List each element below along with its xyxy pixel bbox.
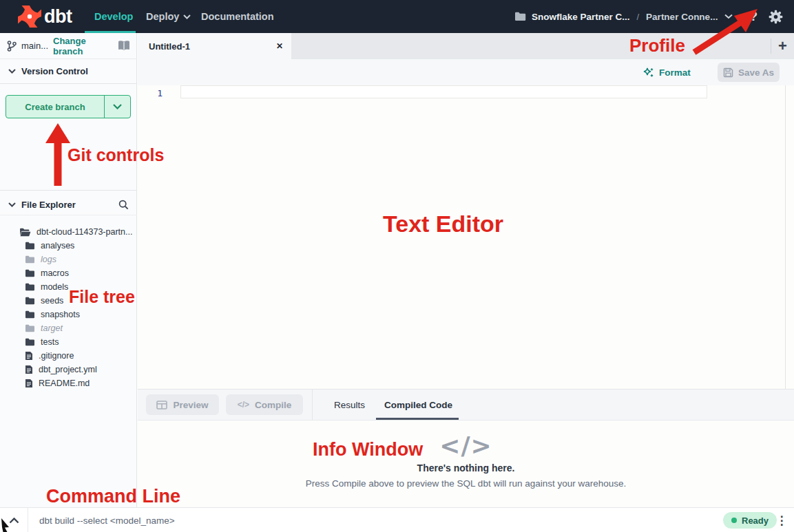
nav-documentation[interactable]: Documentation [201, 0, 274, 33]
editor-minimap-divider [785, 85, 786, 389]
code-icon-large: </> [439, 432, 492, 460]
tree-item-label: seeds [41, 296, 63, 306]
tab-untitled-1[interactable]: Untitled-1 ✕ [138, 33, 291, 59]
git-branch-icon [7, 41, 17, 52]
line-number: 1 [143, 88, 163, 98]
chevron-down-icon[interactable] [105, 96, 130, 118]
current-line-highlight[interactable] [180, 85, 707, 98]
chevron-down-icon [8, 69, 16, 74]
breadcrumb-separator: / [636, 12, 639, 22]
editor-toolbar: Format Save As [138, 59, 794, 85]
folder-icon [25, 324, 35, 332]
tree-item[interactable]: .gitignore [0, 349, 137, 363]
tree-item[interactable]: seeds [0, 294, 137, 308]
nav-documentation-label: Documentation [201, 11, 274, 22]
create-branch-button[interactable]: Create branch [6, 95, 131, 118]
tree-item-label: logs [41, 255, 56, 264]
bottom-panel-header: Preview </> Compile Results Compiled Cod… [138, 389, 794, 421]
tree-item-label: dbt_project.yml [39, 365, 97, 374]
tree-item[interactable]: dbt_project.yml [0, 363, 137, 376]
new-tab-button[interactable]: + [771, 33, 794, 59]
version-control-body: Create branch [0, 84, 137, 191]
tab-compiled-code[interactable]: Compiled Code [384, 390, 452, 420]
nav-deploy[interactable]: Deploy [146, 0, 191, 33]
folder-icon [514, 12, 526, 21]
dbt-logo[interactable]: dbt [18, 6, 72, 28]
tree-item-label: models [41, 282, 68, 292]
version-control-header[interactable]: Version Control [0, 59, 137, 84]
command-input[interactable] [28, 508, 710, 532]
compile-label: Compile [255, 400, 291, 410]
tree-item[interactable]: README.md [0, 376, 137, 390]
search-icon[interactable] [118, 200, 129, 210]
docs-book-icon[interactable] [118, 41, 130, 51]
dbt-cloud-ide: dbt Develop Deploy Documentation Snowfla… [0, 0, 794, 532]
folder-icon [25, 269, 35, 277]
project-name[interactable]: Partner Conne... [646, 12, 718, 22]
gear-icon[interactable] [769, 10, 783, 24]
expand-chevron-icon[interactable] [0, 508, 28, 532]
close-icon[interactable]: ✕ [276, 41, 283, 51]
status-label: Ready [742, 515, 769, 526]
sidebar: main... Change branch Version Control Cr… [0, 33, 137, 507]
preview-label: Preview [173, 400, 208, 410]
text-editor[interactable]: 1 [138, 85, 794, 389]
empty-state-title: There's nothing here. [417, 462, 515, 474]
table-icon [156, 401, 167, 409]
tree-item-root[interactable]: dbt-cloud-114373-partn... [0, 225, 137, 239]
tab-label: Untitled-1 [149, 41, 190, 52]
tree-item-label: README.md [39, 379, 90, 388]
format-button[interactable]: Format [642, 63, 691, 82]
folder-icon [25, 255, 35, 264]
sparkle-icon [642, 67, 654, 78]
dbt-logo-icon [18, 6, 41, 28]
file-explorer-header[interactable]: File Explorer [0, 195, 137, 215]
tree-item-label: .gitignore [39, 351, 74, 361]
command-line-bar: Ready ⋮ [0, 507, 794, 532]
results-tab-label: Results [334, 400, 365, 410]
folder-icon [25, 297, 35, 305]
folder-icon [25, 310, 35, 319]
tree-item-label: target [41, 323, 63, 333]
brand-text: dbt [44, 6, 72, 28]
preview-button[interactable]: Preview [146, 394, 219, 415]
empty-state-subtitle: Press Compile above to preview the SQL d… [306, 478, 627, 489]
file-icon [25, 365, 33, 374]
folder-icon [25, 242, 35, 250]
top-nav: dbt Develop Deploy Documentation Snowfla… [0, 0, 794, 33]
nav-deploy-label: Deploy [146, 11, 179, 22]
tree-item[interactable]: macros [0, 266, 137, 280]
status-dot-icon [731, 518, 737, 523]
chevron-down-icon[interactable] [724, 14, 733, 19]
chevron-down-icon [183, 14, 191, 19]
nav-develop[interactable]: Develop [94, 0, 133, 33]
kebab-menu-icon[interactable]: ⋮ [774, 508, 789, 532]
tree-item[interactable]: analyses [0, 239, 137, 253]
account-name[interactable]: Snowflake Partner C... [532, 12, 630, 22]
project-selector-cluster: Snowflake Partner C... / Partner Conne..… [514, 0, 783, 33]
version-control-title: Version Control [21, 66, 88, 76]
active-tab-underline [376, 418, 459, 420]
nav-develop-label: Develop [94, 11, 133, 22]
tab-results[interactable]: Results [334, 390, 365, 420]
tree-item[interactable]: logs [0, 253, 137, 266]
folder-icon [25, 283, 35, 291]
tree-item[interactable]: tests [0, 335, 137, 349]
help-icon[interactable]: ? [749, 9, 758, 24]
save-as-label: Save As [738, 67, 774, 78]
save-as-button[interactable]: Save As [718, 63, 780, 82]
tree-item-label: dbt-cloud-114373-partn... [36, 227, 132, 237]
create-branch-label: Create branch [6, 96, 104, 118]
tree-item[interactable]: target [0, 321, 137, 335]
tree-item[interactable]: models [0, 280, 137, 294]
folder-icon [25, 338, 35, 346]
tree-item-label: macros [41, 268, 69, 278]
compile-button[interactable]: </> Compile [226, 394, 303, 415]
tree-item[interactable]: snapshots [0, 308, 137, 321]
folder-open-icon [19, 228, 31, 237]
floppy-icon [723, 67, 733, 78]
change-branch-link[interactable]: Change branch [53, 36, 113, 56]
format-label: Format [659, 67, 691, 78]
file-icon [25, 379, 33, 388]
code-icon: </> [238, 400, 249, 409]
